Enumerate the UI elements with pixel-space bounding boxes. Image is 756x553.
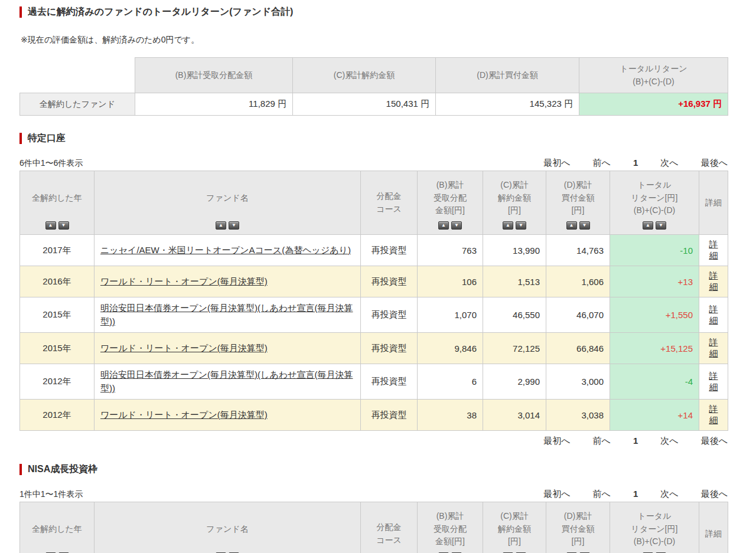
pager-prev-link[interactable]: 前へ — [593, 489, 611, 499]
pager-first-link[interactable]: 最初へ — [543, 436, 570, 446]
funds-table: 全解約した年▲▼ファンド名▲▼分配金コース(B)累計受取分配金額[円]▲▼(C)… — [19, 502, 728, 553]
summary-data-row: 全解約したファンド 11,829 円 150,431 円 145,323 円 +… — [20, 93, 728, 116]
sort-asc-button[interactable]: ▲ — [503, 221, 513, 230]
sort-asc-button[interactable]: ▲ — [566, 221, 577, 230]
d-cell: 3,038 — [546, 400, 610, 431]
b-cell: 9,846 — [418, 333, 483, 364]
total-return-value: +15,125 — [660, 343, 693, 354]
pager-prev-link[interactable]: 前へ — [593, 436, 611, 446]
title-accent-bar — [19, 464, 22, 475]
year-cell: 2017年 — [20, 235, 94, 266]
summary-d-value: 145,323 円 — [436, 93, 579, 116]
column-header-b: (B)累計受取分配金額[円]▲▼ — [418, 502, 483, 553]
c-cell: 13,990 — [483, 235, 546, 266]
total-return-cell: +14 — [610, 400, 699, 431]
fund-link[interactable]: 明治安田日本債券オープン(毎月決算型)(しあわせ宣言(毎月決算型)) — [100, 303, 353, 326]
detail-link[interactable]: 詳細 — [709, 371, 718, 392]
pager-last-link[interactable]: 最後へ — [701, 158, 728, 168]
pager-next-link[interactable]: 次へ — [660, 158, 678, 168]
result-count: 1件中1〜1件表示 — [19, 489, 83, 500]
sort-controls: ▲▼ — [20, 549, 94, 553]
b-cell: 1,070 — [418, 297, 483, 333]
grid-header-row: 全解約した年▲▼ファンド名▲▼分配金コース(B)累計受取分配金額[円]▲▼(C)… — [20, 502, 728, 553]
detail-link[interactable]: 詳細 — [709, 239, 718, 260]
d-cell: 14,763 — [546, 235, 610, 266]
detail-cell: 詳細 — [699, 364, 728, 400]
total-return-value: +14 — [678, 410, 693, 420]
section-tokutei: 特定口座6件中1〜6件表示最初へ前へ1次へ最後へ全解約した年▲▼ファンド名▲▼分… — [19, 131, 728, 447]
sort-controls: ▲▼ — [94, 549, 360, 553]
column-header-total: トータルリターン[円](B)+(C)-(D)▲▼ — [610, 171, 699, 235]
detail-cell: 詳細 — [699, 266, 728, 297]
detail-link[interactable]: 詳細 — [709, 304, 718, 325]
sort-controls: ▲▼ — [94, 218, 360, 231]
sort-asc-button[interactable]: ▲ — [643, 221, 653, 230]
sort-desc-button[interactable]: ▼ — [516, 221, 526, 230]
header-label: (B)累計受取分配金額[円] — [418, 510, 482, 553]
summary-c-value: 150,431 円 — [293, 93, 436, 116]
column-header-d: (D)累計買付金額[円]▲▼ — [546, 502, 610, 553]
course-cell: 再投資型 — [361, 297, 418, 333]
sort-desc-button[interactable]: ▼ — [229, 221, 239, 230]
fund-link[interactable]: ワールド・リート・オープン(毎月決算型) — [100, 343, 268, 353]
year-cell: 2012年 — [20, 400, 94, 431]
header-line: (B)累計受取分配金額 — [136, 69, 292, 82]
table-row: 2016年ワールド・リート・オープン(毎月決算型)再投資型1061,5131,6… — [20, 266, 728, 297]
c-cell: 1,513 — [483, 266, 546, 297]
b-cell: 106 — [418, 266, 483, 297]
pager-first-link[interactable]: 最初へ — [543, 489, 570, 499]
sort-desc-button[interactable]: ▼ — [451, 221, 462, 230]
table-row: 2012年明治安田日本債券オープン(毎月決算型)(しあわせ宣言(毎月決算型))再… — [20, 364, 728, 400]
year-cell: 2015年 — [20, 333, 94, 364]
total-return-cell: -4 — [610, 364, 699, 400]
fund-link[interactable]: ワールド・リート・オープン(毎月決算型) — [100, 276, 268, 286]
column-header-course: 分配金コース — [361, 171, 418, 235]
section-title-text: NISA成長投資枠 — [28, 463, 97, 476]
account-sections: 特定口座6件中1〜6件表示最初へ前へ1次へ最後へ全解約した年▲▼ファンド名▲▼分… — [19, 131, 728, 553]
fund-link[interactable]: 明治安田日本債券オープン(毎月決算型)(しあわせ宣言(毎月決算型)) — [100, 369, 353, 393]
total-return-value: -10 — [680, 246, 693, 256]
column-header-c: (C)累計解約金額[円]▲▼ — [483, 502, 546, 553]
course-cell: 再投資型 — [361, 266, 418, 297]
pager-first-link[interactable]: 最初へ — [543, 158, 570, 168]
title-accent-bar — [19, 6, 22, 18]
table-controls-top: 6件中1〜6件表示最初へ前へ1次へ最後へ — [19, 158, 728, 169]
header-line: (B)+(C)-(D) — [580, 76, 727, 89]
section-title: 特定口座 — [19, 131, 728, 146]
sort-asc-button[interactable]: ▲ — [216, 221, 226, 230]
summary-b-value: 11,829 円 — [135, 93, 293, 116]
header-label: 分配金コース — [361, 190, 416, 215]
detail-link[interactable]: 詳細 — [709, 337, 718, 358]
pager-next-link[interactable]: 次へ — [660, 489, 678, 499]
fund-link[interactable]: ワールド・リート・オープン(毎月決算型) — [100, 410, 268, 420]
pager-last-link[interactable]: 最後へ — [701, 489, 728, 499]
pagination: 最初へ前へ1次へ最後へ — [543, 489, 728, 500]
summary-column-header-b: (B)累計受取分配金額 — [135, 58, 293, 93]
detail-link[interactable]: 詳細 — [709, 404, 718, 425]
header-label: ファンド名 — [95, 523, 360, 545]
sort-desc-button[interactable]: ▼ — [579, 221, 590, 230]
header-label: トータルリターン[円](B)+(C)-(D) — [611, 510, 698, 553]
sort-desc-button[interactable]: ▼ — [58, 221, 69, 230]
detail-link[interactable]: 詳細 — [709, 270, 718, 292]
fund-cell: 明治安田日本債券オープン(毎月決算型)(しあわせ宣言(毎月決算型)) — [94, 364, 361, 400]
sort-asc-button[interactable]: ▲ — [45, 221, 56, 230]
table-controls-top: 1件中1〜1件表示最初へ前へ1次へ最後へ — [19, 489, 728, 500]
sort-desc-button[interactable]: ▼ — [656, 221, 666, 230]
summary-column-header-d: (D)累計買付金額 — [436, 58, 579, 93]
detail-cell: 詳細 — [699, 235, 728, 266]
sort-asc-button[interactable]: ▲ — [438, 221, 449, 230]
sort-controls: ▲▼ — [418, 549, 483, 553]
pager-next-link[interactable]: 次へ — [660, 436, 678, 446]
pager-last-link[interactable]: 最後へ — [701, 436, 728, 446]
grid-header-row: 全解約した年▲▼ファンド名▲▼分配金コース(B)累計受取分配金額[円]▲▼(C)… — [20, 171, 728, 235]
pager-prev-link[interactable]: 前へ — [593, 158, 611, 168]
column-header-b: (B)累計受取分配金額[円]▲▼ — [418, 171, 483, 235]
d-cell: 3,000 — [546, 364, 610, 400]
header-label: ファンド名 — [95, 192, 360, 214]
year-cell: 2012年 — [20, 364, 94, 400]
column-header-year: 全解約した年▲▼ — [20, 171, 94, 235]
summary-total-return: +16,937 円 — [579, 93, 728, 116]
fund-link[interactable]: ニッセイ/AEW・米国リートオープンAコース(為替ヘッジあり) — [100, 245, 351, 255]
fund-cell: ワールド・リート・オープン(毎月決算型) — [94, 400, 361, 431]
